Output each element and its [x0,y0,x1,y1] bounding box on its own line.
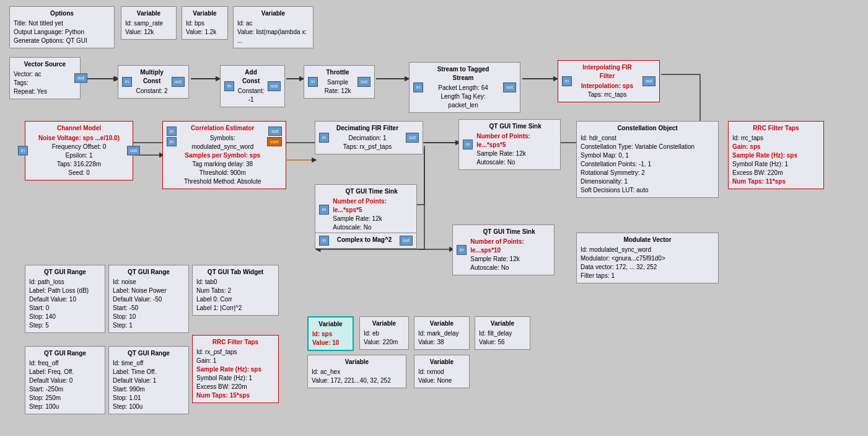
complex-mag2-out-port[interactable]: out [400,236,413,245]
multiply-const-in-port[interactable]: in [122,77,132,86]
qt-range1-block[interactable]: QT GUI Range Id: path_loss Label: Path L… [25,265,105,333]
qt-time-sink1-in-port[interactable]: in [463,140,473,149]
variable-mark-delay-block[interactable]: Variable Id: mark_delay Value: 38 [414,316,470,350]
qt-range4-block[interactable]: QT GUI Range Id: time_off Label: Time Of… [108,346,189,414]
corr-est-title: Correlation Estimator [180,124,265,133]
options-row-title: Title: Not titled yet [14,19,110,28]
channel-model-seed: Seed: 0 [34,169,124,177]
corr-est-threshold: Threshold: 900m [180,169,265,177]
rrc-right-num-taps: Num Taps: 11*sps [732,177,820,186]
variable-ac[interactable]: Variable Id: ac Value: list(map(lambda x… [233,6,313,48]
multiply-const-out-port[interactable]: out [172,77,185,86]
qt-range2-default: Default Value: -50 [113,295,185,304]
throttle-block[interactable]: in Throttle Sample Rate: 12k out [304,65,375,99]
stream-tagged-in-port[interactable]: in [413,82,423,92]
qt-tab-id: Id: tab0 [196,278,274,287]
multiply-const-block[interactable]: in Multiply Const Constant: 2 out [118,65,189,99]
add-const-out-port[interactable]: out [268,81,281,91]
qt-range3-start: Start: -250m [29,385,101,394]
variable-ac-hex-block[interactable]: Variable Id: ac_hex Value: 172, 221...40… [307,355,406,388]
modulate-vector-block[interactable]: Modulate Vector Id: modulated_sync_word … [576,233,719,283]
channel-model-in-port[interactable]: in [18,146,28,155]
variable-sps-block[interactable]: Variable Id: sps Value: 10 [307,316,354,351]
qt-time-sink2-in-port[interactable]: in [319,205,329,214]
stream-tagged-out-port[interactable]: out [503,82,516,92]
var-rxmod-value: Value: None [418,376,465,385]
channel-model-out-port[interactable]: out [127,146,140,155]
options-block[interactable]: Options Title: Not titled yet Output Lan… [9,6,115,48]
qt-time-sink1-title: QT GUI Time Sink [476,122,554,131]
qt-tab-label0: Label 0: Corr [196,295,274,304]
corr-est-in2-port[interactable]: in [167,137,177,146]
rrc-filter-taps-right-block[interactable]: RRC Filter Taps Id: rrc_taps Gain: sps S… [728,121,824,189]
interpolating-fir-in-port[interactable]: in [562,76,572,86]
interpolating-fir-title: Interpolating FIR Filter [576,63,639,81]
interpolating-fir-block[interactable]: in Interpolating FIR Filter Interpolatio… [558,60,660,102]
var-mark-delay-id: Id: mark_delay [418,329,465,338]
qt-time-sink3-block[interactable]: in QT GUI Time Sink Number of Points: le… [452,225,555,275]
qt-time-sink3-auto: Autoscale: No [470,264,548,272]
throttle-in-port[interactable]: in [308,77,318,86]
var2-title: Variable [186,9,224,18]
rrc-right-sample-rate: Sample Rate (Hz): sps [732,151,820,160]
interpolating-fir-taps: Taps: rrc_taps [576,91,639,99]
qt-range4-start: Start: 990m [113,385,185,394]
variable-filt-delay-block[interactable]: Variable Id: filt_delay Value: 56 [475,316,530,350]
corr-est-in-port[interactable]: in [167,127,177,136]
qt-range1-step: Step: 5 [29,321,101,330]
qt-time-sink2-auto: Autoscale: No [333,223,410,232]
variable-eb-block[interactable]: Variable Id: eb Value: 220m [359,316,409,350]
qt-range4-title: QT GUI Range [113,349,185,358]
correlation-estimator-block[interactable]: in in Correlation Estimator Symbols: mod… [162,121,286,189]
var-eb-value: Value: 220m [364,338,405,347]
qt-range2-block[interactable]: QT GUI Range Id: noise Label: Noise Powe… [108,265,189,333]
qt-range4-step: Step: 100u [113,403,185,411]
variable-rxmod-block[interactable]: Variable Id: rxmod Value: None [414,355,470,388]
corr-est-corr-port[interactable]: corr [267,137,282,146]
qt-range3-block[interactable]: QT GUI Range Id: freq_off Label: Freq. O… [25,346,105,414]
var2-value: Value: 1.2k [186,28,224,37]
add-const-in-port[interactable]: in [224,81,234,91]
variable-bps[interactable]: Variable Id: bps Value: 1.2k [182,6,228,40]
modulate-vector-filter: Filter taps: 1 [581,272,714,280]
throttle-out-port[interactable]: out [357,77,370,86]
channel-model-block[interactable]: in Channel Model Noise Voltage: sps ...e… [25,121,133,180]
qt-range1-title: QT GUI Range [29,268,101,277]
qt-range3-default: Default Value: 0 [29,376,101,385]
rrc-right-gain: Gain: sps [732,143,820,151]
const-rotational: Rotational Symmetry: 2 [581,169,714,177]
qt-range2-step: Step: 1 [113,321,185,330]
variable-samp-rate[interactable]: Variable Id: samp_rate Value: 12k [121,6,177,40]
qt-range3-title: QT GUI Range [29,349,101,358]
throttle-sample-rate: Sample Rate: 12k [319,78,356,96]
qt-time-sink3-in-port[interactable]: in [457,245,467,254]
decimating-fir-out-port[interactable]: out [406,133,419,142]
interpolating-fir-out-port[interactable]: out [642,76,655,86]
vector-source-out-port[interactable]: out [74,73,87,82]
channel-model-noise: Noise Voltage: sps ...e/10.0) [34,134,124,143]
rrc-bottom-gain: Gain: 1 [196,357,274,365]
rrc-right-excess-bw: Excess BW: 220m [732,169,820,177]
var-sps-value: Value: 10 [312,339,349,347]
complex-mag2-in-port[interactable]: in [319,236,329,245]
corr-est-out-port[interactable]: out [268,127,282,136]
rrc-right-title: RRC Filter Taps [732,124,820,133]
rrc-filter-taps-bottom-block[interactable]: RRC Filter Taps Id: rx_psf_taps Gain: 1 … [192,335,279,403]
constellation-object-block[interactable]: Constellation Object Id: hdr_const Const… [576,121,719,198]
var-rxmod-title: Variable [418,358,465,367]
var1-title: Variable [125,9,172,18]
decimating-fir-block[interactable]: in Decimating FIR Filter Decimation: 1 T… [315,121,423,154]
rrc-right-id: Id: rrc_taps [732,134,820,143]
qt-time-sink1-block[interactable]: in QT GUI Time Sink Number of Points: le… [458,119,561,170]
decimating-fir-in-port[interactable]: in [319,133,329,142]
vector-source-block[interactable]: Vector Source Vector: ac Tags: Repeat: Y… [9,57,81,99]
qt-range3-label: Label: Freq. Off. [29,368,101,376]
qt-tab-block[interactable]: QT GUI Tab Widget Id: tab0 Num Tabs: 2 L… [192,265,279,316]
qt-time-sink2-block[interactable]: in QT GUI Time Sink Number of Points: le… [315,184,417,235]
complex-mag2-block[interactable]: in Complex to Mag^2 out [315,233,417,249]
add-const-constant: Constant: -1 [235,87,266,104]
qt-range4-stop: Stop: 1.01 [113,394,185,403]
stream-tagged-block[interactable]: in Stream to Tagged Stream Packet Length… [409,62,520,113]
interpolating-fir-interp: Interpolation: sps [576,82,639,91]
add-const-block[interactable]: in Add Const Constant: -1 out [220,65,285,107]
